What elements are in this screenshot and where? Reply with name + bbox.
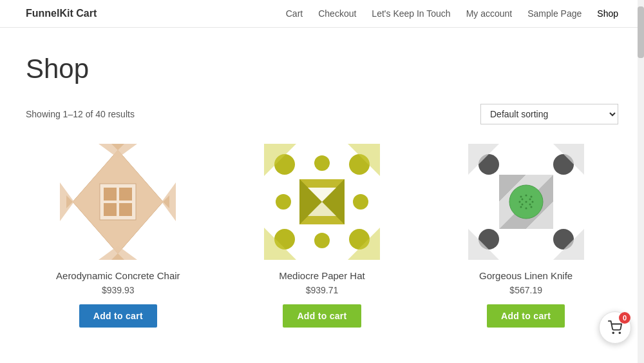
add-to-cart-button-1[interactable]: Add to cart bbox=[79, 304, 157, 328]
svg-point-72 bbox=[612, 332, 614, 333]
svg-rect-9 bbox=[104, 203, 117, 216]
product-name-1: Aerodynamic Concrete Chair bbox=[56, 270, 180, 281]
svg-point-63 bbox=[530, 206, 532, 208]
product-image-2 bbox=[264, 144, 380, 260]
svg-point-36 bbox=[353, 194, 368, 210]
add-to-cart-button-3[interactable]: Add to cart bbox=[487, 304, 565, 328]
nav-checkout[interactable]: Checkout bbox=[318, 8, 356, 19]
product-card-2: Mediocre Paper Hat $939.71 Add to cart bbox=[230, 144, 415, 328]
product-image-3 bbox=[468, 144, 584, 260]
add-to-cart-button-2[interactable]: Add to cart bbox=[283, 304, 361, 328]
svg-point-55 bbox=[520, 196, 522, 198]
svg-point-35 bbox=[276, 194, 291, 210]
nav-cart[interactable]: Cart bbox=[286, 8, 303, 19]
result-count: Showing 1–12 of 40 results bbox=[26, 109, 135, 119]
svg-point-62 bbox=[525, 208, 527, 210]
product-card-1: Aerodynamic Concrete Chair $939.93 Add t… bbox=[26, 144, 211, 328]
main-nav: Cart Checkout Let's Keep In Touch My acc… bbox=[286, 8, 618, 19]
svg-point-60 bbox=[531, 201, 533, 203]
svg-point-73 bbox=[619, 332, 620, 333]
product-card-3: Gorgeous Linen Knife $567.19 Add to cart bbox=[433, 144, 618, 328]
nav-shop[interactable]: Shop bbox=[597, 8, 618, 19]
cart-count-badge: 0 bbox=[619, 312, 630, 324]
scrollbar[interactable] bbox=[638, 0, 644, 353]
product-image-1 bbox=[60, 144, 176, 260]
product-name-2: Mediocre Paper Hat bbox=[279, 270, 365, 281]
svg-point-57 bbox=[530, 196, 532, 198]
cart-icon bbox=[608, 320, 622, 335]
nav-sample-page[interactable]: Sample Page bbox=[527, 8, 582, 19]
nav-keep-in-touch[interactable]: Let's Keep In Touch bbox=[372, 8, 450, 19]
svg-point-61 bbox=[520, 206, 522, 208]
scrollbar-thumb[interactable] bbox=[638, 6, 644, 58]
product-name-3: Gorgeous Linen Knife bbox=[479, 270, 573, 281]
header: FunnelKit Cart Cart Checkout Let's Keep … bbox=[0, 0, 644, 28]
svg-point-34 bbox=[314, 233, 330, 248]
product-price-1: $939.93 bbox=[102, 285, 135, 295]
site-logo[interactable]: FunnelKit Cart bbox=[26, 8, 97, 19]
svg-point-67 bbox=[529, 204, 531, 206]
product-price-2: $939.71 bbox=[306, 285, 339, 295]
product-grid: Aerodynamic Concrete Chair $939.93 Add t… bbox=[26, 144, 618, 328]
svg-point-64 bbox=[521, 199, 523, 201]
product-price-3: $567.19 bbox=[509, 285, 542, 295]
cart-float-button[interactable]: 0 bbox=[599, 311, 631, 344]
sort-select[interactable]: Default sorting Sort by popularity Sort … bbox=[480, 104, 618, 124]
svg-point-56 bbox=[525, 195, 527, 197]
page-title: Shop bbox=[26, 54, 618, 84]
svg-point-58 bbox=[518, 201, 520, 203]
svg-point-59 bbox=[525, 201, 527, 203]
main-content: Shop Showing 1–12 of 40 results Default … bbox=[13, 28, 631, 353]
shop-toolbar: Showing 1–12 of 40 results Default sorti… bbox=[26, 104, 618, 124]
svg-rect-8 bbox=[119, 188, 132, 201]
svg-point-33 bbox=[314, 155, 330, 171]
svg-point-65 bbox=[529, 199, 531, 201]
nav-my-account[interactable]: My account bbox=[466, 8, 513, 19]
svg-rect-10 bbox=[119, 203, 132, 216]
svg-point-66 bbox=[521, 204, 523, 206]
svg-rect-7 bbox=[104, 188, 117, 201]
